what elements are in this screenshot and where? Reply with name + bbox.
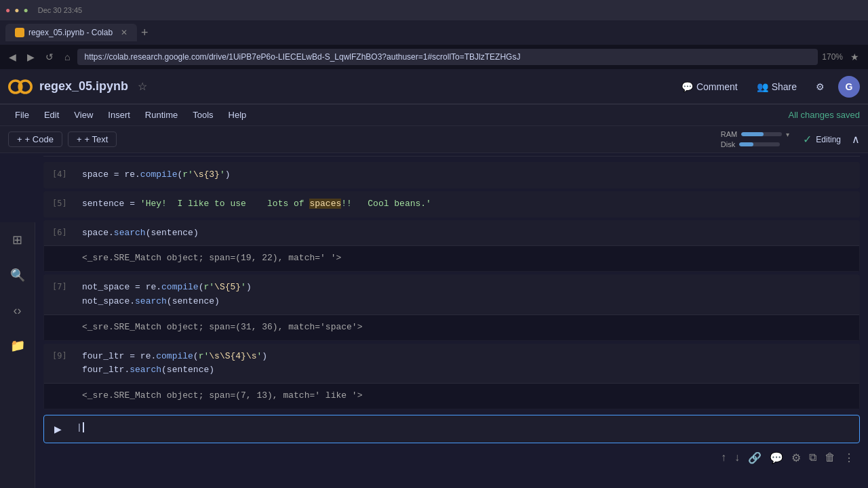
move-down-button[interactable]: ↓ — [732, 449, 743, 467]
colab-logo-svg — [8, 75, 33, 99]
sidebar-apps-button[interactable]: ⊞ — [5, 228, 30, 252]
separator — [43, 156, 860, 157]
menu-help[interactable]: Help — [222, 108, 254, 122]
sidebar-search-button[interactable]: 🔍 — [5, 263, 30, 287]
editing-indicator: ✓ Editing — [797, 131, 846, 148]
cell-4-code[interactable]: space = re.compile(r'\s{3}') — [74, 163, 859, 188]
disk-progress-fill — [739, 142, 753, 146]
text-label: + Text — [84, 134, 108, 144]
gear-icon: ⚙ — [816, 81, 825, 92]
sidebar-code-button[interactable]: ‹› — [5, 298, 30, 323]
plus-text-icon: + — [77, 134, 82, 144]
menu-edit[interactable]: Edit — [37, 108, 66, 122]
run-cell-button[interactable]: ▶ — [47, 418, 68, 440]
disk-progress-bar — [739, 142, 780, 146]
code-label: + Code — [25, 134, 54, 144]
cell-5-input: [5] sentence = 'Hey! I like to use lots … — [44, 192, 859, 217]
share-button[interactable]: 👥 Share — [751, 79, 802, 95]
ram-dropdown-icon[interactable]: ▾ — [786, 131, 789, 138]
new-tab-button[interactable]: + — [141, 26, 149, 40]
cell-6-number: [6] — [44, 221, 74, 246]
cell-4-number: [4] — [44, 163, 74, 188]
collapse-button[interactable]: ∧ — [852, 133, 860, 146]
bookmark-button[interactable]: ★ — [847, 50, 863, 64]
cell-9-code[interactable]: four_ltr = re.compile(r'\s\S{4}\s') four… — [74, 344, 859, 384]
cell-settings-button[interactable]: ⚙ — [789, 449, 804, 467]
cell-5-code[interactable]: sentence = 'Hey! I like to use lots of s… — [74, 192, 859, 217]
cell-7-input: [7] not_space = re.compile(r'\S{5}') not… — [44, 275, 859, 314]
notebook-wrapper: [4] space = re.compile(r'\s{3}') [5] sen… — [0, 153, 868, 488]
menu-tools[interactable]: Tools — [186, 108, 220, 122]
editing-label: Editing — [816, 135, 841, 144]
ram-disk-indicator: RAM ▾ Disk — [721, 130, 789, 148]
cell-6-input: [6] space.search(sentence) — [44, 221, 859, 246]
cell-5-number: [5] — [44, 192, 74, 217]
cell-7-number: [7] — [44, 275, 74, 314]
zoom-level: 170% — [822, 52, 843, 62]
cell-6-code[interactable]: space.search(sentence) — [74, 221, 859, 246]
firefox-icon — [15, 28, 24, 37]
comment-icon: 💬 — [682, 81, 693, 92]
sidebar-files-button[interactable]: 📁 — [5, 333, 30, 358]
share-label: Share — [772, 81, 797, 92]
menu-insert[interactable]: Insert — [101, 108, 137, 122]
cell-7: [7] not_space = re.compile(r'\S{5}') not… — [43, 274, 860, 340]
comment-button[interactable]: 💬 Comment — [676, 79, 743, 95]
menu-view[interactable]: View — [67, 108, 100, 122]
notebook-area: [4] space = re.compile(r'\s{3}') [5] sen… — [35, 153, 868, 488]
tab-close-icon[interactable]: ✕ — [121, 28, 127, 37]
cell-9: [9] four_ltr = re.compile(r'\s\S{4}\s') … — [43, 344, 860, 409]
address-bar: ◀ ▶ ↺ ⌂ 170% ★ — [0, 45, 868, 69]
colab-header: regex_05.ipynb ☆ 💬 Comment 👥 Share ⚙ G — [0, 69, 868, 104]
delete-cell-button[interactable]: 🗑 — [822, 449, 838, 467]
cell-6-output: <_sre.SRE_Match object; span=(19, 22), m… — [44, 245, 859, 271]
tab-title: regex_05.ipynb - Colab — [28, 28, 113, 37]
cell-7-output: <_sre.SRE_Match object; span=(31, 36), m… — [44, 314, 859, 340]
cell-9-input: [9] four_ltr = re.compile(r'\s\S{4}\s') … — [44, 344, 859, 384]
all-changes-saved: All changes saved — [788, 110, 860, 120]
share-icon: 👥 — [757, 81, 768, 92]
cell-7-code[interactable]: not_space = re.compile(r'\S{5}') not_spa… — [74, 275, 859, 314]
toolbar: + + Code + + Text RAM ▾ Disk — [0, 126, 868, 153]
header-actions: 💬 Comment 👥 Share ⚙ G — [676, 76, 860, 98]
forward-button[interactable]: ▶ — [24, 50, 38, 64]
cell-toolbar: ↑ ↓ 🔗 💬 ⚙ ⧉ 🗑 ⋮ — [35, 446, 868, 467]
cell-5: [5] sentence = 'Hey! I like to use lots … — [43, 191, 860, 218]
avatar: G — [838, 76, 860, 98]
bottom-cell-input[interactable]: | — [71, 417, 859, 441]
browser-time: Dec 30 23:45 — [38, 6, 82, 14]
sidebar-icons: ⊞ 🔍 ‹› 📁 ? — [0, 222, 35, 488]
ram-progress-fill — [741, 132, 764, 136]
ram-progress-bar — [741, 132, 782, 136]
menu-file[interactable]: File — [8, 108, 36, 122]
comment-cell-button[interactable]: 💬 — [767, 449, 786, 467]
main-area: ⊞ 🔍 ‹› 📁 ? [4] space = re.compile(r'\s{3… — [0, 153, 868, 488]
cell-9-output: <_sre.SRE_Match object; span=(7, 13), ma… — [44, 383, 859, 409]
file-name: regex_05.ipynb — [39, 79, 128, 94]
cell-4: [4] space = re.compile(r'\s{3}') — [43, 162, 860, 188]
add-code-button[interactable]: + + Code — [8, 131, 62, 147]
colab-logo — [8, 75, 33, 99]
cell-9-number: [9] — [44, 344, 74, 384]
disk-label: Disk — [721, 140, 735, 148]
app-container: regex_05.ipynb ☆ 💬 Comment 👥 Share ⚙ G F… — [0, 69, 868, 488]
more-options-button[interactable]: ⋮ — [841, 449, 857, 467]
cell-6: [6] space.search(sentence) <_sre.SRE_Mat… — [43, 220, 860, 272]
link-button[interactable]: 🔗 — [745, 449, 764, 467]
browser-tab[interactable]: regex_05.ipynb - Colab ✕ — [5, 24, 137, 41]
copy-cell-button[interactable]: ⧉ — [806, 449, 819, 467]
back-button[interactable]: ◀ — [5, 50, 20, 64]
settings-button[interactable]: ⚙ — [810, 79, 830, 95]
cell-4-input: [4] space = re.compile(r'\s{3}') — [44, 163, 859, 188]
menu-runtime[interactable]: Runtime — [138, 108, 184, 122]
home-button[interactable]: ⌂ — [61, 50, 73, 64]
comment-label: Comment — [696, 81, 738, 92]
browser-tabs: regex_05.ipynb - Colab ✕ + — [0, 20, 868, 45]
ram-label: RAM — [721, 130, 737, 138]
move-up-button[interactable]: ↑ — [718, 449, 729, 467]
star-icon[interactable]: ☆ — [138, 80, 147, 93]
refresh-button[interactable]: ↺ — [42, 50, 57, 64]
add-text-button[interactable]: + + Text — [68, 131, 117, 147]
url-input[interactable] — [77, 49, 818, 65]
bottom-cell[interactable]: ▶ | — [43, 415, 860, 443]
